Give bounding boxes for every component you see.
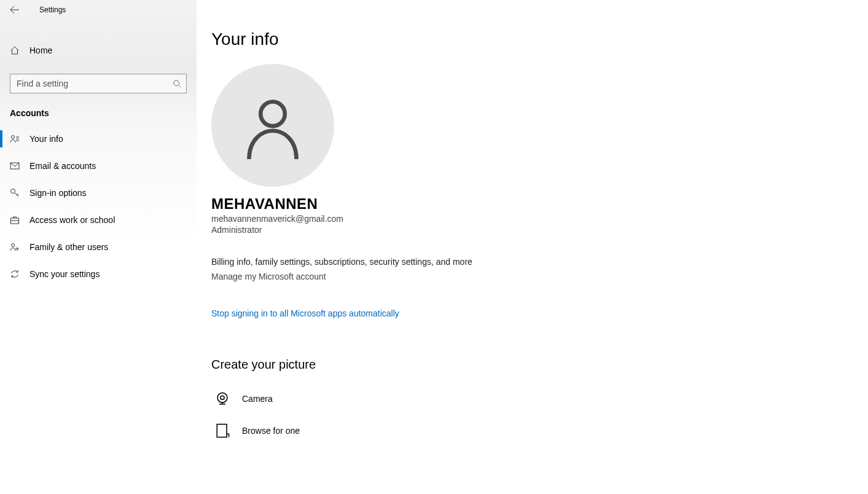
svg-point-3 xyxy=(11,189,15,194)
home-nav[interactable]: Home xyxy=(0,37,197,64)
main-content: Your info MEHAVANNEN mehavannenmaverick@… xyxy=(197,0,868,494)
nav-label: Your info xyxy=(29,134,63,144)
user-role: Administrator xyxy=(211,225,868,235)
nav-label: Access work or school xyxy=(29,215,115,225)
search-box[interactable] xyxy=(10,74,187,93)
user-email: mehavannenmaverick@gmail.com xyxy=(211,214,868,224)
sidebar: Settings Home Accounts xyxy=(0,0,197,494)
nav-email-accounts[interactable]: Email & accounts xyxy=(0,152,197,179)
search-icon xyxy=(173,79,181,88)
user-name: MEHAVANNEN xyxy=(211,195,868,213)
nav-label: Sync your settings xyxy=(29,269,100,279)
stop-signing-in-link[interactable]: Stop signing in to all Microsoft apps au… xyxy=(211,308,399,318)
nav-label: Email & accounts xyxy=(29,161,96,171)
svg-point-7 xyxy=(217,393,227,402)
svg-point-5 xyxy=(12,244,15,247)
nav-family-other-users[interactable]: Family & other users xyxy=(0,233,197,261)
app-title: Settings xyxy=(39,6,66,14)
nav-label: Family & other users xyxy=(29,242,108,252)
home-icon xyxy=(10,45,20,55)
page-title: Your info xyxy=(211,29,868,49)
nav-your-info[interactable]: Your info xyxy=(0,125,197,152)
section-header-accounts: Accounts xyxy=(0,93,197,125)
create-picture-heading: Create your picture xyxy=(211,358,868,372)
picture-option-label: Browse for one xyxy=(242,426,300,436)
family-icon xyxy=(10,242,20,252)
manage-account-link[interactable]: Manage my Microsoft account xyxy=(211,272,326,281)
person-icon xyxy=(239,92,307,159)
svg-point-1 xyxy=(12,136,15,139)
nav-access-work-school[interactable]: Access work or school xyxy=(0,206,197,233)
avatar xyxy=(211,64,334,187)
key-icon xyxy=(10,188,20,198)
email-icon xyxy=(10,161,20,171)
nav-sync-settings[interactable]: Sync your settings xyxy=(0,261,197,288)
briefcase-icon xyxy=(10,215,20,225)
sync-icon xyxy=(10,269,20,279)
svg-rect-9 xyxy=(217,425,227,437)
nav-sign-in-options[interactable]: Sign-in options xyxy=(0,179,197,206)
picture-option-browse[interactable]: Browse for one xyxy=(211,415,868,447)
search-input[interactable] xyxy=(10,74,186,93)
svg-point-6 xyxy=(260,102,285,127)
nav-list: Your info Email & accounts Sign-in optio… xyxy=(0,125,197,288)
browse-icon xyxy=(214,422,231,439)
picture-option-label: Camera xyxy=(242,394,273,404)
camera-icon xyxy=(214,390,231,407)
nav-label: Sign-in options xyxy=(29,188,87,198)
billing-description: Billing info, family settings, subscript… xyxy=(211,257,868,267)
title-bar: Settings xyxy=(0,0,197,20)
picture-option-camera[interactable]: Camera xyxy=(211,383,868,415)
your-info-icon xyxy=(10,134,20,144)
home-label: Home xyxy=(29,45,52,55)
back-arrow-icon xyxy=(10,5,20,15)
svg-point-0 xyxy=(174,80,179,86)
back-button[interactable] xyxy=(7,2,22,17)
search-container xyxy=(10,74,187,93)
svg-point-8 xyxy=(221,396,224,399)
